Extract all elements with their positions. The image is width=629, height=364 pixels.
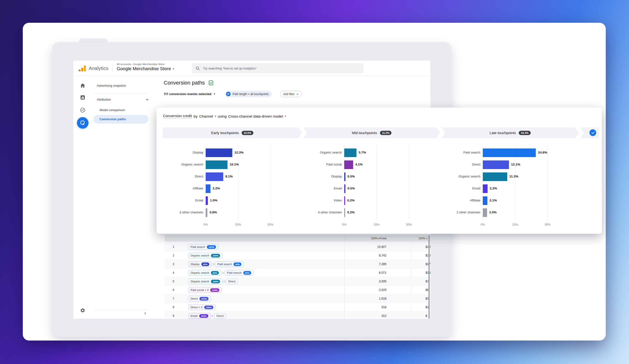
property-selector[interactable]: All accounts › Google Merchandise Store … — [117, 63, 174, 71]
data-quality-icon[interactable] — [208, 80, 214, 86]
row-number: 8 — [172, 306, 178, 309]
chart-row: Email1.0% — [162, 195, 297, 207]
chart-category-label: Organic search — [162, 163, 203, 166]
conversions-value: 2,525 — [314, 288, 386, 292]
table-row[interactable]: 3Display50%Paid search50%7,285$17 — [165, 260, 431, 269]
chart-row: Paid social4.1% — [301, 159, 435, 171]
path-chevron-icon — [211, 315, 213, 317]
conversions-value: 312 — [314, 314, 386, 318]
credit-percent-badge: 50% — [233, 263, 241, 266]
credit-percent-badge: 100% — [211, 280, 220, 283]
chart-category-label: Display — [301, 175, 342, 178]
channel-chip[interactable]: Direct × 2100% — [188, 304, 216, 310]
channel-path: Paid social × 2100% — [188, 287, 222, 293]
chart-category-label: Paid social — [301, 163, 342, 166]
chart-bar — [483, 196, 487, 205]
chart-value-label: 10.1% — [230, 163, 239, 166]
analytics-logo[interactable]: Analytics — [79, 61, 108, 76]
channel-chip[interactable]: Display50% — [188, 261, 212, 267]
channel-chip[interactable]: Direct — [226, 278, 238, 284]
credit-percent-badge: 50% — [243, 271, 251, 275]
conversion-events-dropdown[interactable]: 7/7 conversion events selected ▾ — [164, 92, 215, 96]
table-row[interactable]: 4Organic search50%Paid search50%6,071$14 — [165, 269, 431, 277]
sidebar-item-home[interactable] — [79, 82, 86, 89]
credit-percent-badge: 100% — [199, 297, 209, 300]
chart-category-label: Email — [162, 198, 203, 202]
chart-row: Display12.3% — [162, 147, 297, 159]
axis-tick-label: 15% — [508, 223, 522, 226]
axis-tick-label: 0% — [337, 223, 351, 226]
page-title: Conversion paths — [164, 80, 205, 86]
dimension-dropdown[interactable]: Channel — [199, 114, 213, 118]
chart-value-label: 11.3% — [509, 175, 518, 178]
sidebar-item-reports[interactable] — [79, 94, 86, 101]
row-number: 4 — [172, 271, 178, 274]
table-row[interactable]: 1Paid search100%10,927$26 — [165, 243, 431, 251]
collapse-sidebar-button[interactable]: ‹ — [144, 312, 146, 315]
chart-late-touchpoints: 0%15%30%Paid search24.6%Direct12.1%Organ… — [440, 143, 574, 230]
channel-path: Direct100% — [188, 296, 211, 301]
channel-chip[interactable]: Direct100% — [188, 296, 211, 301]
sidebar-item-model-comparison[interactable]: Model comparison — [100, 108, 125, 112]
channel-chip[interactable]: Paid social × 2100% — [188, 287, 222, 293]
credit-percent-badge: 100% — [199, 314, 208, 318]
chart-row: 4 other channels0.2% — [301, 207, 435, 219]
channel-chip[interactable]: Organic search100% — [188, 278, 222, 284]
chart-bar — [344, 149, 356, 157]
tab-label: Late touchpoints — [489, 131, 516, 135]
sidebar-item-advertising-active[interactable] — [77, 117, 88, 129]
tab-label: Mid touchpoints — [352, 131, 377, 135]
channel-chip[interactable]: Paid search50% — [225, 270, 254, 276]
channel-chip[interactable]: Organic search50% — [188, 270, 221, 276]
channel-chip[interactable]: Email100% — [188, 313, 211, 319]
axis-tick-label: 30% — [402, 223, 416, 226]
path-length-filter-chip[interactable]: P Path length = all touchpoints — [225, 91, 272, 97]
channel-chip-label: Paid search — [190, 246, 205, 248]
add-filter-button[interactable]: Add filter + — [280, 91, 302, 97]
conversion-credit-term[interactable]: Conversion credit — [163, 114, 192, 119]
table-row[interactable]: 2Organic search100%8,742$20 — [165, 251, 431, 260]
chart-category-label: Display — [162, 151, 203, 154]
model-dropdown[interactable]: Cross-channel data-driven model — [228, 114, 283, 118]
tab-mid-touchpoints[interactable]: Mid touchpoints11.2% — [303, 127, 440, 138]
channel-chip[interactable]: Organic search100% — [188, 253, 222, 258]
axis-tick-label: 30% — [263, 223, 278, 226]
table-row[interactable]: 6Paid social × 2100%2,525$6 — [165, 286, 431, 294]
chart-mid-touchpoints: 0%15%30%Organic search5.7%Paid social4.1… — [301, 143, 435, 230]
channel-chip[interactable]: Direct — [214, 313, 226, 319]
chart-category-label: Organic search — [440, 175, 480, 178]
row-number: 9 — [172, 314, 178, 318]
table-row[interactable]: 5Organic search100%Direct3,035$7 — [165, 277, 431, 286]
selected-check-icon[interactable] — [590, 129, 596, 136]
chart-value-label: 2.2% — [213, 186, 220, 190]
channel-path: Direct × 2100% — [188, 304, 216, 310]
channel-chip-label: Display — [190, 263, 200, 266]
channel-chip[interactable]: Paid search100% — [188, 244, 218, 250]
axis-tick-label: 0% — [198, 223, 213, 226]
channel-path: Display50%Paid search50% — [188, 261, 244, 267]
sidebar-item-explore[interactable] — [79, 106, 86, 114]
chart-bar — [483, 184, 487, 193]
tab-late-touchpoints[interactable]: Late touchpoints54.3% — [441, 127, 579, 138]
search-input[interactable]: Try searching "how to set up Analytics" — [192, 63, 363, 73]
settings-button[interactable] — [79, 307, 86, 314]
nav-divider — [94, 93, 148, 94]
table-row[interactable]: 9Email100%Direct312$ — [165, 312, 431, 319]
table-row[interactable]: 7Direct100%1,518$3 — [165, 294, 431, 303]
table-row[interactable]: 8Direct × 2100%518$1 — [165, 303, 431, 312]
channel-path: Organic search100%Direct — [188, 278, 238, 284]
chart-bar — [206, 184, 210, 193]
credit-percent-badge: 100% — [211, 254, 220, 258]
table-column-divider-2 — [411, 235, 411, 319]
conversions-value: 1,518 — [314, 297, 386, 300]
channel-chip[interactable]: Paid search50% — [215, 261, 244, 267]
chart-row: Affiliate2.1% — [440, 195, 574, 207]
chart-value-label: 0.5% — [348, 186, 355, 190]
tab-early-touchpoints[interactable]: Early touchpoints34.5% — [162, 127, 302, 138]
sidebar-item-advertising-snapshot[interactable]: Advertising snapshot — [97, 84, 126, 88]
channel-path: Email100%Direct — [188, 313, 226, 319]
channel-chip-label: Direct — [190, 297, 198, 300]
sidebar-section-attribution[interactable]: Attribution — [97, 98, 148, 101]
row-number: 5 — [172, 280, 178, 283]
table-scrollbar[interactable] — [428, 235, 430, 319]
